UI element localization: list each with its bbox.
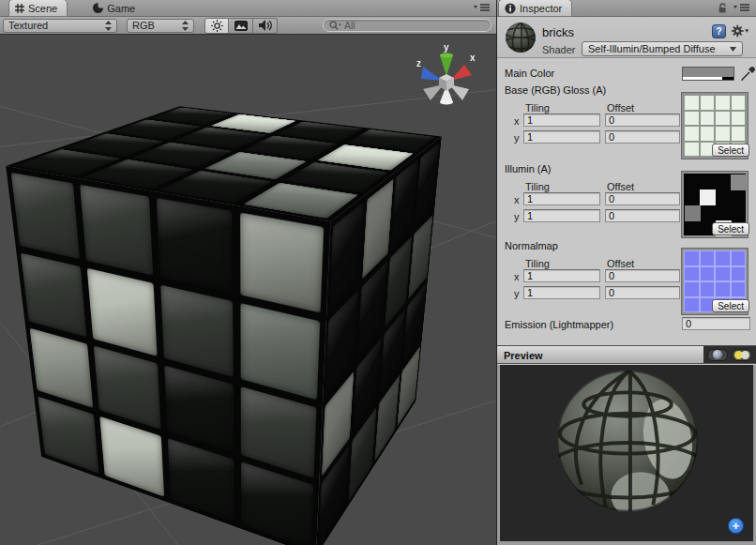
sphere-icon xyxy=(713,350,722,359)
x-row-label: x xyxy=(514,194,522,205)
illumin-select-button[interactable]: Select xyxy=(712,222,749,235)
cube-tile xyxy=(30,327,94,408)
color-channel-value: RGB xyxy=(132,20,182,31)
preview-header[interactable]: Preview xyxy=(497,345,756,364)
tab-inspector[interactable]: Inspector xyxy=(499,0,571,16)
scene-toolbar: Textured RGB xyxy=(0,17,496,35)
emission-label: Emission (Lightmapper) xyxy=(505,319,613,330)
inspector-panel: Inspector xyxy=(497,0,756,545)
shader-dropdown[interactable]: Self-Illumin/Bumped Diffuse xyxy=(582,41,743,56)
scene-audio-toggle[interactable] xyxy=(253,18,278,34)
texture-cell xyxy=(701,96,715,110)
preview-title: Preview xyxy=(504,350,543,361)
eyedropper-icon[interactable] xyxy=(740,65,756,82)
preview-shape-button[interactable] xyxy=(707,349,728,361)
panel-menu-icon[interactable] xyxy=(733,4,750,12)
texture-cell xyxy=(716,251,730,265)
base-texture-thumbnail[interactable]: Select xyxy=(682,93,748,159)
illumin-tiling-x-field[interactable] xyxy=(523,192,600,205)
cube-tile xyxy=(21,253,87,337)
search-filter-label: All xyxy=(344,20,355,31)
illumin-square xyxy=(685,205,701,221)
illumin-tiling-y-field[interactable] xyxy=(523,209,600,222)
sun-icon xyxy=(211,20,223,32)
illumin-offset-y-field[interactable] xyxy=(605,209,680,222)
x-row-label: x xyxy=(514,115,522,127)
cube-tile xyxy=(99,416,163,497)
section-label: Base (RGB) Gloss (A) xyxy=(505,84,606,96)
gizmo-x-label: x xyxy=(470,53,476,63)
base-tiling-y-field[interactable] xyxy=(523,130,600,144)
texture-cell xyxy=(701,112,715,126)
illumin-square xyxy=(731,174,747,190)
color-channel-dropdown[interactable]: RGB xyxy=(127,19,194,33)
scene-lighting-toggle[interactable] xyxy=(204,18,229,34)
scene-panel: Scene Game Textured xyxy=(0,0,497,545)
illumin-texture-thumbnail[interactable]: Select xyxy=(682,172,748,237)
gizmo-center-cube[interactable] xyxy=(439,74,454,91)
cube-tile xyxy=(374,374,400,462)
preview-viewport[interactable]: + xyxy=(497,365,756,545)
normalmap-tiling-y-field[interactable] xyxy=(523,286,600,299)
cube-tile xyxy=(38,396,98,473)
updown-arrows-icon xyxy=(105,21,112,31)
texture-cell xyxy=(732,251,746,265)
shader-value: Self-Illumin/Bumped Diffuse xyxy=(588,43,730,54)
texture-cell xyxy=(716,267,730,281)
tab-scene-label: Scene xyxy=(28,3,57,14)
material-preview-sphere xyxy=(554,368,701,514)
cube-tile xyxy=(240,386,316,477)
cube-tile xyxy=(329,202,364,311)
context-menu-button[interactable] xyxy=(732,23,748,38)
normalmap-offset-x-field[interactable] xyxy=(605,269,680,282)
base-tiling-x-field[interactable] xyxy=(523,114,600,127)
main-color-swatch[interactable] xyxy=(682,67,734,81)
illumin-offset-x-field[interactable] xyxy=(605,192,680,205)
y-row-label: y xyxy=(514,132,522,144)
updown-arrows-icon xyxy=(182,21,189,31)
scene-skybox-toggle[interactable] xyxy=(229,18,253,34)
tab-scene[interactable]: Scene xyxy=(9,0,67,16)
texture-section-normalmap: Normalmap Tiling Offset x y Select xyxy=(497,240,756,321)
scene-panel-menu-button[interactable] xyxy=(468,0,496,16)
cube-tile xyxy=(80,185,152,276)
cube-object[interactable] xyxy=(13,68,463,519)
scene-viewport[interactable]: y z x xyxy=(0,35,496,545)
cube-tile xyxy=(240,303,320,399)
game-icon xyxy=(93,3,103,13)
base-offset-x-field[interactable] xyxy=(605,114,680,127)
normalmap-tiling-x-field[interactable] xyxy=(523,269,600,282)
tab-game[interactable]: Game xyxy=(87,0,144,16)
image-icon xyxy=(234,21,248,31)
search-icon xyxy=(329,21,341,31)
cube-tile xyxy=(240,213,324,313)
light-dot-icon xyxy=(741,351,749,359)
material-header: bricks Shader Self-Illumin/Bumped Diffus… xyxy=(497,17,756,58)
normalmap-texture-thumbnail[interactable]: Select xyxy=(682,249,748,314)
add-preview-button[interactable]: + xyxy=(728,518,744,534)
preview-lighting-button[interactable] xyxy=(732,349,752,361)
cube-tile xyxy=(156,198,232,294)
normalmap-offset-y-field[interactable] xyxy=(605,286,680,299)
base-offset-y-field[interactable] xyxy=(605,130,680,144)
scene-search-input[interactable]: All xyxy=(323,19,491,32)
gizmo-y-axis-cone[interactable] xyxy=(440,55,453,76)
plus-icon: + xyxy=(733,519,740,533)
render-mode-value: Textured xyxy=(8,20,105,31)
orientation-gizmo[interactable]: y z x xyxy=(411,42,482,114)
normalmap-select-button[interactable]: Select xyxy=(712,299,749,312)
material-name: bricks xyxy=(542,25,574,39)
inspector-tabbar: Inspector xyxy=(497,0,756,17)
gear-icon xyxy=(732,24,744,38)
emission-field[interactable] xyxy=(682,317,750,330)
help-button[interactable]: ? xyxy=(712,24,726,38)
base-select-button[interactable]: Select xyxy=(712,144,749,157)
cube-tile xyxy=(11,173,81,260)
texture-cell xyxy=(685,96,699,110)
texture-section-illumin: Illumin (A) Tiling Offset x y Select xyxy=(497,163,756,244)
texture-cell xyxy=(732,96,746,110)
offset-header: Offset xyxy=(607,181,634,192)
texture-cell xyxy=(732,112,746,126)
lock-icon[interactable] xyxy=(718,3,728,14)
render-mode-dropdown[interactable]: Textured xyxy=(3,19,117,33)
